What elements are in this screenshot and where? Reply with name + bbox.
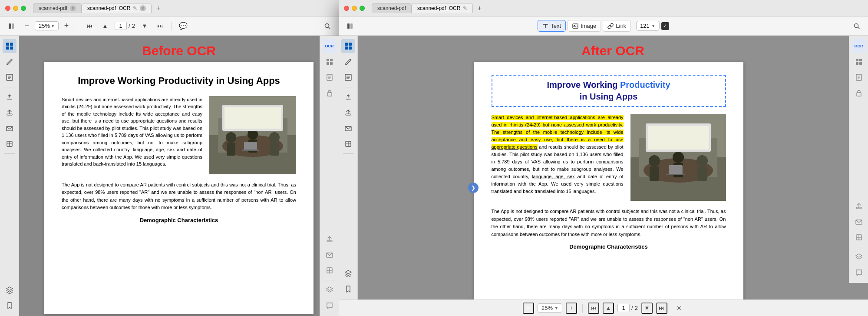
right-bottom-bar: − 25% ▼ + ⏮ ▲ / 2 ▼ ⏭ ✕ — [339, 299, 868, 316]
svg-point-68 — [649, 155, 660, 166]
svg-rect-53 — [345, 47, 348, 50]
right-sidebar-btn-mail[interactable] — [341, 121, 355, 135]
right-sidebar-btn-thumbnail[interactable] — [341, 39, 355, 53]
right-sidebar-btn-share-left[interactable] — [323, 232, 337, 246]
text-tool-btn[interactable]: Text — [538, 20, 566, 32]
right2-document-btn[interactable] — [852, 70, 866, 84]
right-pdf-area[interactable]: After OCR ❯ Improve Working Productivity… — [358, 36, 868, 299]
sidebar-btn-plugin[interactable] — [3, 137, 17, 151]
image-tool-btn[interactable]: Image — [568, 20, 601, 32]
maximize-button-right[interactable] — [360, 6, 365, 11]
sidebar-btn-mail[interactable] — [3, 121, 17, 135]
right-sidebar-btn-comment-left[interactable] — [323, 299, 337, 313]
right-col-text: Smart devices and internet-based applica… — [492, 114, 624, 201]
bottom-zoom-out-btn[interactable]: − — [523, 303, 534, 314]
svg-rect-40 — [327, 240, 332, 242]
right-sidebar-btn-bookmark[interactable] — [341, 282, 355, 296]
right-title-highlight: Productivity — [620, 80, 670, 90]
right-sidebar-btn-stamp[interactable] — [341, 90, 355, 104]
right2-share-btn[interactable] — [852, 199, 866, 213]
zoom-display-left[interactable]: 25% ▼ — [35, 21, 59, 30]
comment-btn[interactable]: 💬 — [177, 20, 189, 32]
right2-mail-btn[interactable] — [852, 215, 866, 229]
right-sidebar-btn-ocr[interactable]: OCR — [323, 39, 337, 53]
tab-close-left[interactable]: ✕ — [70, 5, 76, 11]
link-tool-label: Link — [616, 23, 626, 29]
sidebar-btn-layers[interactable] — [3, 283, 17, 297]
zoom-out-btn[interactable]: − — [21, 20, 33, 32]
zoom-value-left: 25% — [39, 23, 50, 29]
minimize-button-right[interactable] — [352, 6, 357, 11]
tab-scanned-pdf-left[interactable]: scanned-pdf ✕ — [33, 3, 82, 13]
add-tab-left[interactable]: + — [153, 3, 163, 13]
svg-rect-59 — [346, 114, 351, 115]
checkbox-right[interactable]: ✓ — [661, 22, 669, 30]
next-page-btn[interactable]: ▼ — [139, 20, 151, 32]
sidebar-btn-stamp[interactable] — [3, 90, 17, 104]
link-tool-btn[interactable]: Link — [603, 20, 631, 32]
svg-rect-69 — [650, 166, 659, 181]
search-btn-left[interactable] — [321, 20, 333, 32]
right-sidebar-btn-layers[interactable] — [341, 266, 355, 280]
right-pdf-page: Improve Working Productivity in Using Ap… — [474, 62, 743, 299]
bottom-first-page-btn[interactable]: ⏮ — [588, 303, 599, 314]
sidebar-btn-share[interactable] — [3, 106, 17, 120]
sidebar-btn-thumbnail[interactable] — [3, 39, 17, 53]
maximize-button[interactable] — [21, 6, 26, 11]
zoom-dropdown-icon-right: ▼ — [651, 23, 656, 28]
sidebar-btn-notes[interactable] — [3, 70, 17, 84]
right-sidebar-btn-edit[interactable] — [341, 55, 355, 69]
search-btn-right[interactable] — [851, 20, 863, 32]
zoom-in-btn[interactable]: + — [60, 20, 73, 32]
first-page-btn[interactable]: ⏮ — [83, 20, 96, 32]
minimize-button[interactable] — [13, 6, 18, 11]
bottom-prev-page-btn[interactable]: ▲ — [603, 303, 614, 314]
tab-scanned-pdf-ocr-right[interactable]: scanned-pdf_OCR ✎ — [412, 3, 473, 13]
page-nav-arrow-right[interactable]: ❯ — [468, 183, 479, 193]
right2-comment-btn[interactable] — [852, 266, 866, 279]
right2-lock-btn[interactable] — [852, 86, 866, 100]
prev-page-btn[interactable]: ▲ — [99, 20, 111, 32]
right-sidebar-btn-notes[interactable] — [341, 70, 355, 84]
last-page-btn[interactable]: ⏭ — [154, 20, 166, 32]
right-sidebar-btn-lock-left[interactable] — [323, 86, 337, 100]
sidebar-btn-edit[interactable] — [3, 55, 17, 69]
tab-label-active: scanned-pdf_OCR — [87, 5, 130, 11]
close-button[interactable] — [5, 6, 10, 11]
bottom-close-btn[interactable]: ✕ — [674, 303, 684, 313]
right-sidebar-btn-plugin-left[interactable] — [323, 263, 337, 277]
toolbar-sep-1 — [78, 22, 78, 30]
close-button-right[interactable] — [344, 6, 349, 11]
sidebar-toggle-btn-right[interactable] — [344, 20, 356, 32]
right-sidebar-btn-document-left[interactable] — [323, 70, 337, 84]
right-sidebar-btn-thumbnail-left[interactable] — [323, 55, 337, 69]
right-sidebar-btn-mail-left[interactable] — [323, 248, 337, 262]
svg-line-3 — [329, 27, 330, 29]
tab-scanned-pdf-ocr-left[interactable]: scanned-pdf_OCR ✎ ✕ — [82, 3, 152, 13]
bottom-zoom-display[interactable]: 25% ▼ — [538, 303, 562, 313]
right2-thumbnail-btn[interactable] — [852, 55, 866, 69]
tab-scanned-pdf-right[interactable]: scanned-pdf — [372, 3, 412, 13]
bottom-zoom-in-btn[interactable]: + — [566, 303, 577, 314]
right-sidebar-btn-plugin[interactable] — [341, 137, 355, 151]
bottom-next-page-btn[interactable]: ▼ — [641, 303, 653, 314]
right2-layers-btn[interactable] — [852, 250, 866, 264]
add-tab-right[interactable]: + — [475, 3, 484, 13]
tab-close-ocr-left[interactable]: ✕ — [140, 5, 146, 11]
left-col-image — [209, 96, 296, 174]
right2-plugin-btn[interactable] — [852, 230, 866, 244]
left-pdf-area[interactable]: Before OCR Improve Working Productivity … — [19, 36, 339, 316]
sidebar-btn-bookmark[interactable] — [3, 299, 17, 313]
page-input-left[interactable] — [115, 22, 127, 30]
right2-ocr-btn[interactable]: OCR — [852, 39, 866, 53]
right-sidebar-btn-share[interactable] — [341, 106, 355, 120]
edit-icon-left[interactable]: ✎ — [133, 5, 137, 11]
sidebar-toggle-btn[interactable] — [5, 20, 17, 32]
bottom-last-page-btn[interactable]: ⏭ — [656, 303, 667, 314]
bottom-page-input[interactable] — [617, 304, 630, 312]
edit-icon-right[interactable]: ✎ — [463, 5, 467, 11]
meeting-room-image-left — [209, 96, 296, 174]
tab-label-right: scanned-pdf — [377, 5, 406, 11]
right-sidebar-btn-layers-left[interactable] — [323, 283, 337, 297]
zoom-widget-right[interactable]: 121 ▼ — [636, 21, 660, 31]
